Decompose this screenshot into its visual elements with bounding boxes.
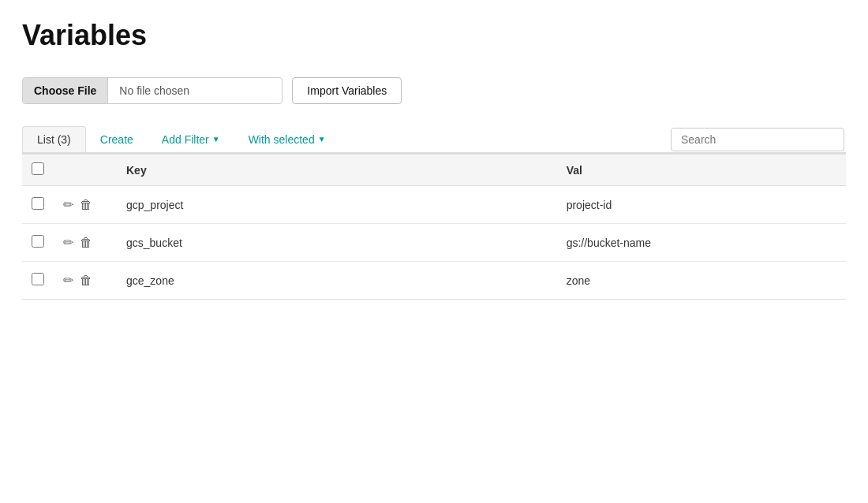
header-val: Val <box>557 155 846 186</box>
file-import-row: Choose File No file chosen Import Variab… <box>22 77 846 104</box>
row-actions-cell: ✏ 🗑 <box>54 262 117 300</box>
table-row: ✏ 🗑 gce_zone zone <box>22 262 846 300</box>
select-all-checkbox[interactable] <box>32 162 44 175</box>
with-selected-caret-icon: ▼ <box>318 135 326 143</box>
row-checkbox[interactable] <box>32 235 44 248</box>
row-val: zone <box>557 262 846 300</box>
header-actions-col <box>54 155 117 186</box>
row-key: gcs_bucket <box>117 224 557 262</box>
choose-file-button[interactable]: Choose File <box>23 78 108 103</box>
row-key: gcp_project <box>117 186 557 224</box>
row-checkbox-cell <box>22 262 54 300</box>
create-button[interactable]: Create <box>86 127 148 152</box>
row-actions-cell: ✏ 🗑 <box>54 186 117 224</box>
edit-icon[interactable]: ✏ <box>63 197 73 212</box>
row-actions-cell: ✏ 🗑 <box>54 224 117 262</box>
row-val: gs://bucket-name <box>557 224 846 262</box>
row-key: gce_zone <box>117 262 557 300</box>
edit-icon[interactable]: ✏ <box>63 235 73 250</box>
row-val: project-id <box>557 186 846 224</box>
table-row: ✏ 🗑 gcp_project project-id <box>22 186 846 224</box>
row-checkbox-cell <box>22 186 54 224</box>
header-checkbox-col <box>22 155 54 186</box>
file-input-wrapper: Choose File No file chosen <box>22 77 282 104</box>
row-checkbox-cell <box>22 224 54 262</box>
row-actions: ✏ 🗑 <box>63 197 107 212</box>
row-checkbox[interactable] <box>32 197 44 210</box>
row-actions: ✏ 🗑 <box>63 235 107 250</box>
search-input[interactable] <box>671 128 844 151</box>
table-row: ✏ 🗑 gcs_bucket gs://bucket-name <box>22 224 846 262</box>
edit-icon[interactable]: ✏ <box>63 273 73 288</box>
page-title: Variables <box>22 19 846 52</box>
add-filter-caret-icon: ▼ <box>212 135 220 143</box>
delete-icon[interactable]: 🗑 <box>80 198 92 212</box>
row-actions: ✏ 🗑 <box>63 273 107 288</box>
header-key: Key <box>117 155 557 186</box>
no-file-label: No file chosen <box>108 78 282 103</box>
list-tab: List (3) <box>22 126 86 152</box>
variables-table: Key Val ✏ 🗑 gcp_project project-id ✏ <box>22 154 846 300</box>
table-body: ✏ 🗑 gcp_project project-id ✏ 🗑 gcs_bucke… <box>22 186 846 300</box>
import-variables-button[interactable]: Import Variables <box>292 77 402 104</box>
row-checkbox[interactable] <box>32 273 44 285</box>
add-filter-button[interactable]: Add Filter ▼ <box>148 127 234 152</box>
delete-icon[interactable]: 🗑 <box>80 274 92 288</box>
toolbar: List (3) Create Add Filter ▼ With select… <box>22 126 846 154</box>
with-selected-button[interactable]: With selected ▼ <box>234 127 340 152</box>
delete-icon[interactable]: 🗑 <box>80 236 92 250</box>
table-header-row: Key Val <box>22 155 846 186</box>
